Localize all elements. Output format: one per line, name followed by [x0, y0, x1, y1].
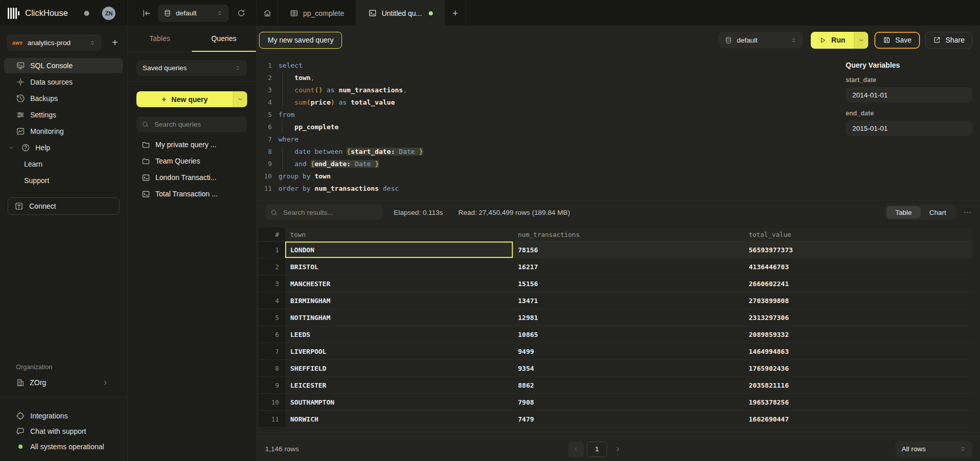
code-line-8[interactable]: 8 date between {start_date: Date } — [256, 146, 844, 158]
cell-town[interactable]: BIRMINGHAM — [285, 292, 513, 309]
new-query-main[interactable]: + New query — [136, 91, 233, 107]
sidebar-item-support[interactable]: Support — [4, 173, 123, 188]
cell-town[interactable]: SHEFFIELD — [285, 360, 513, 377]
next-page-button[interactable] — [614, 446, 622, 453]
sidebar-item-chat-with-support[interactable]: Chat with support — [0, 424, 127, 439]
search-queries-box[interactable] — [136, 116, 247, 132]
cell-town[interactable]: SOUTHAMPTON — [285, 394, 513, 411]
tab-tables[interactable]: Tables — [128, 26, 192, 52]
more-options-icon[interactable]: ⋯ — [964, 208, 972, 217]
saved-queries-dropdown[interactable]: Saved queries — [136, 60, 247, 76]
topbar-database-selector[interactable]: default — [158, 5, 229, 22]
view-table-button[interactable]: Table — [887, 206, 921, 218]
cell-town[interactable]: NOTTINGHAM — [285, 309, 513, 326]
tab-untitled-query[interactable]: Untitled qu... — [356, 0, 445, 26]
code-line-2[interactable]: 2 town, — [256, 72, 844, 84]
cell-town[interactable]: LEEDS — [285, 326, 513, 343]
sidebar-item-monitoring[interactable]: Monitoring — [4, 124, 123, 139]
cell-town[interactable]: LIVERPOOL — [285, 343, 513, 360]
sidebar-item-integrations[interactable]: Integrations — [0, 408, 127, 424]
cell-total-value[interactable]: 2703899808 — [744, 292, 972, 309]
cell-num-transactions[interactable]: 12981 — [513, 309, 744, 326]
cell-row-number: 6 — [259, 326, 285, 343]
run-options-toggle[interactable] — [854, 32, 868, 49]
sidebar-item-settings[interactable]: Settings — [4, 107, 123, 123]
cell-town[interactable]: BRISTOL — [285, 258, 513, 275]
page-size-dropdown[interactable]: All rows — [895, 441, 972, 457]
new-tab-button[interactable]: + — [445, 0, 466, 26]
refresh-icon[interactable] — [237, 9, 246, 17]
new-query-button[interactable]: + New query — [136, 91, 247, 107]
cell-total-value[interactable]: 1662690447 — [744, 411, 972, 428]
saved-query-tab[interactable]: My new saved query — [259, 32, 342, 49]
cell-num-transactions[interactable]: 7479 — [513, 411, 744, 428]
connect-button[interactable]: Connect — [8, 197, 119, 215]
collapse-left-icon[interactable] — [142, 8, 152, 18]
tab-pp-complete[interactable]: pp_complete — [278, 0, 356, 26]
cell-total-value[interactable]: 2313297306 — [744, 309, 972, 326]
cell-num-transactions[interactable]: 7908 — [513, 394, 744, 411]
add-service-button[interactable]: + — [108, 37, 122, 49]
cell-town[interactable]: LONDON — [285, 242, 513, 258]
cell-town[interactable]: NORWICH — [285, 411, 513, 428]
end-date-input[interactable] — [846, 121, 972, 136]
cell-num-transactions[interactable]: 8862 — [513, 377, 744, 394]
query-item-london-transacti[interactable]: London Transacti... — [128, 169, 256, 186]
home-tab[interactable] — [256, 0, 278, 26]
search-results-box[interactable] — [265, 205, 383, 220]
user-avatar[interactable]: ZN — [102, 7, 115, 20]
code-line-9[interactable]: 9 and {end_date: Date } — [256, 158, 844, 170]
cell-total-value[interactable]: 56593977373 — [744, 242, 972, 258]
code-line-10[interactable]: 10group by town — [256, 170, 844, 183]
view-chart-button[interactable]: Chart — [921, 206, 955, 218]
code-line-7[interactable]: 7where — [256, 133, 844, 146]
line-number: 3 — [256, 84, 272, 96]
previous-page-button[interactable] — [568, 442, 584, 457]
cell-total-value[interactable]: 2660602241 — [744, 275, 972, 292]
cell-num-transactions[interactable]: 78156 — [513, 242, 744, 258]
code-line-6[interactable]: 6 pp_complete — [256, 121, 844, 133]
cell-town[interactable]: LEICESTER — [285, 377, 513, 394]
share-button[interactable]: Share — [925, 32, 972, 49]
service-selector[interactable]: aws analytics-prod — [7, 34, 102, 51]
cell-num-transactions[interactable]: 9499 — [513, 343, 744, 360]
cell-num-transactions[interactable]: 9354 — [513, 360, 744, 377]
code-line-3[interactable]: 3 count() as num_transactions, — [256, 84, 844, 96]
tab-queries[interactable]: Queries — [192, 26, 256, 52]
cell-total-value[interactable]: 1965378256 — [744, 394, 972, 411]
code-line-11[interactable]: 11order by num_transactions desc — [256, 183, 844, 195]
editor-database-selector[interactable]: default — [718, 32, 803, 48]
start-date-input[interactable] — [846, 87, 972, 103]
sidebar-item-data-sources[interactable]: Data sources — [4, 74, 123, 90]
current-page-box[interactable]: 1 — [587, 442, 607, 457]
sidebar-item-help[interactable]: Help — [4, 140, 123, 155]
run-button[interactable]: Run — [811, 32, 854, 49]
cell-total-value[interactable]: 1464994863 — [744, 343, 972, 360]
cell-total-value[interactable]: 2089859332 — [744, 326, 972, 343]
query-item-team-queries[interactable]: Team Queries — [128, 153, 256, 169]
cell-total-value[interactable]: 2035821116 — [744, 377, 972, 394]
sidebar-item-all-systems-operational[interactable]: All systems operational — [0, 439, 127, 454]
save-button[interactable]: Save — [874, 32, 920, 49]
cell-num-transactions[interactable]: 13471 — [513, 292, 744, 309]
cell-total-value[interactable]: 1765902436 — [744, 360, 972, 377]
cell-town[interactable]: MANCHESTER — [285, 275, 513, 292]
organization-item[interactable]: ZOrg — [0, 374, 127, 391]
code-line-5[interactable]: 5from — [256, 109, 844, 121]
search-results-input[interactable] — [282, 208, 377, 217]
query-item-total-transaction[interactable]: Total Transaction ... — [128, 186, 256, 202]
search-queries-input[interactable] — [153, 120, 242, 129]
new-query-dropdown-toggle[interactable] — [233, 91, 247, 107]
cell-num-transactions[interactable]: 15156 — [513, 275, 744, 292]
sidebar-item-learn[interactable]: Learn — [4, 156, 123, 172]
sidebar-item-backups[interactable]: Backups — [4, 91, 123, 106]
sidebar-item-sql-console[interactable]: SQL Console — [4, 58, 123, 73]
cell-num-transactions[interactable]: 10865 — [513, 326, 744, 343]
chat-icon — [16, 427, 25, 436]
query-item-my-private-query[interactable]: My private query ... — [128, 136, 256, 153]
code-line-1[interactable]: 1select — [256, 59, 844, 72]
cell-num-transactions[interactable]: 16217 — [513, 258, 744, 275]
code-line-4[interactable]: 4 sum(price) as total_value — [256, 96, 844, 109]
sql-editor[interactable]: 1select2 town,3 count() as num_transacti… — [256, 54, 844, 200]
cell-total-value[interactable]: 4136446703 — [744, 258, 972, 275]
